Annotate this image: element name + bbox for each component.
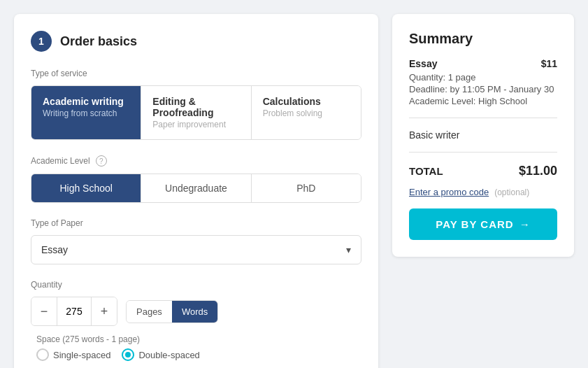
space-info: Space (275 words - 1 page) Single-spaced… xyxy=(36,334,200,361)
quantity-increase-button[interactable]: + xyxy=(92,297,117,325)
academic-label: Academic Level xyxy=(31,156,90,166)
step-header: 1 Order basics xyxy=(31,31,361,52)
order-panel: 1 Order basics Type of service Academic … xyxy=(14,14,378,368)
quantity-decrease-button[interactable]: − xyxy=(31,297,57,325)
spacing-options: Single-spaced Double-spaced xyxy=(36,348,200,361)
summary-divider xyxy=(409,118,557,118)
service-academic-sub: Writing from scratch xyxy=(43,108,129,118)
service-calc-title: Calculations xyxy=(263,96,350,107)
summary-item-name: Essay xyxy=(409,58,437,69)
unit-tabs: Pages Words xyxy=(126,300,218,323)
single-spaced-label: Single-spaced xyxy=(53,350,110,360)
single-spaced-option[interactable]: Single-spaced xyxy=(36,348,110,361)
double-spaced-radio[interactable] xyxy=(122,348,134,361)
total-amount: $11.00 xyxy=(519,164,557,178)
service-option-academic-writing[interactable]: Academic writing Writing from scratch xyxy=(31,86,141,139)
quantity-row: − + Pages Words Space (275 words - 1 pag… xyxy=(31,297,361,361)
promo-optional-label: (optional) xyxy=(494,187,529,197)
double-spaced-option[interactable]: Double-spaced xyxy=(122,348,199,361)
service-label: Type of service xyxy=(31,69,361,78)
step-number: 1 xyxy=(31,31,52,52)
quantity-input[interactable] xyxy=(57,297,92,325)
summary-title: Summary xyxy=(409,31,557,47)
total-label: TOTAL xyxy=(409,165,443,177)
quantity-control: − + xyxy=(31,297,117,326)
service-editing-title: Editing & Proofreading xyxy=(152,96,239,118)
unit-words-tab[interactable]: Words xyxy=(172,301,217,323)
pay-btn-label: PAY BY CARD xyxy=(436,218,513,230)
summary-panel: Summary Essay $11 Quantity: 1 page Deadl… xyxy=(392,14,574,257)
promo-code-link[interactable]: Enter a promo code xyxy=(409,187,489,197)
summary-total-row: TOTAL $11.00 xyxy=(409,164,557,178)
service-option-editing[interactable]: Editing & Proofreading Paper improvement xyxy=(141,86,251,139)
summary-item-row: Essay $11 xyxy=(409,58,557,69)
paper-type-value: Essay xyxy=(41,244,68,255)
summary-quantity: Quantity: 1 page xyxy=(409,72,557,83)
summary-writer: Basic writer xyxy=(409,129,557,141)
summary-item-price: $11 xyxy=(541,58,557,69)
chevron-down-icon: ▾ xyxy=(346,244,351,255)
paper-type-label: Type of Paper xyxy=(31,218,361,228)
quantity-label: Quantity xyxy=(31,280,361,290)
paper-type-section: Type of Paper Essay ▾ xyxy=(31,218,361,264)
service-section: Type of service Academic writing Writing… xyxy=(31,69,361,140)
academic-section: Academic Level ? High School Undegraduat… xyxy=(31,155,361,203)
level-options: High School Undegraduate PhD xyxy=(31,174,361,203)
step-title: Order basics xyxy=(60,34,137,49)
service-options: Academic writing Writing from scratch Ed… xyxy=(31,85,361,140)
service-calc-sub: Problem solving xyxy=(263,108,350,118)
service-editing-sub: Paper improvement xyxy=(152,120,239,129)
pay-by-card-button[interactable]: PAY BY CARD → xyxy=(409,208,557,240)
pay-btn-arrow: → xyxy=(519,218,531,230)
summary-deadline: Deadline: by 11:05 PM - January 30 xyxy=(409,84,557,94)
promo-row: Enter a promo code (optional) xyxy=(409,187,557,197)
space-label: Space (275 words - 1 page) xyxy=(36,334,200,344)
help-icon[interactable]: ? xyxy=(96,155,107,167)
unit-pages-tab[interactable]: Pages xyxy=(127,301,172,323)
summary-divider-2 xyxy=(409,152,557,153)
level-undergraduate[interactable]: Undegraduate xyxy=(141,174,251,202)
service-academic-title: Academic writing xyxy=(43,96,129,107)
level-phd[interactable]: PhD xyxy=(252,174,361,202)
single-spaced-radio[interactable] xyxy=(36,348,49,361)
quantity-section: Quantity − + Pages Words Space (275 word… xyxy=(31,280,361,361)
summary-academic-level: Academic Level: High School xyxy=(409,96,557,106)
level-high-school[interactable]: High School xyxy=(31,174,141,202)
academic-label-row: Academic Level ? xyxy=(31,155,361,167)
paper-type-select[interactable]: Essay ▾ xyxy=(31,235,361,264)
service-option-calculations[interactable]: Calculations Problem solving xyxy=(252,86,361,139)
double-spaced-label: Double-spaced xyxy=(138,350,199,360)
